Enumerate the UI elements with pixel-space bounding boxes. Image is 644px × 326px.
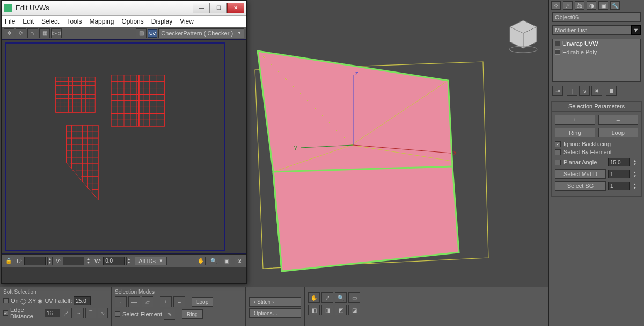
spinner-arrows[interactable]: ▲▼: [86, 257, 91, 265]
texture-dropdown[interactable]: CheckerPattern ( Checker )▼: [158, 28, 244, 38]
falloff-sine-icon[interactable]: ∿: [98, 308, 108, 318]
window-title: Edit UVWs: [16, 4, 193, 12]
menu-select[interactable]: Select: [41, 18, 59, 25]
edge-distance-checkbox[interactable]: ✓Edge Distance: [3, 307, 43, 320]
v-field[interactable]: [63, 257, 84, 265]
planar-angle-checkbox[interactable]: Planar Angle: [555, 159, 606, 165]
viewcube[interactable]: [504, 16, 542, 54]
shrink-icon[interactable]: –: [173, 296, 185, 307]
remove-modifier-icon[interactable]: ✖: [591, 86, 602, 96]
configure-sets-icon[interactable]: ≣: [606, 86, 617, 96]
menu-mapping[interactable]: Mapping: [89, 18, 114, 25]
u-field[interactable]: [24, 257, 46, 265]
uv-canvas[interactable]: [2, 39, 246, 254]
falloff-smooth-icon[interactable]: ~: [74, 308, 84, 318]
planar-angle-value[interactable]: 15.0: [608, 158, 630, 166]
stitch-section: ‹ Stitch › Options…: [246, 287, 305, 326]
edge-subobj-icon[interactable]: —: [128, 296, 140, 307]
move-icon[interactable]: ✥: [4, 28, 14, 38]
snap-icon[interactable]: ※: [235, 257, 244, 265]
spinner-arrows[interactable]: ▲▼: [632, 182, 638, 190]
nav1-icon[interactable]: ◧: [308, 305, 320, 315]
scale-icon[interactable]: ⤡: [27, 28, 38, 38]
ring-button[interactable]: Ring: [555, 128, 595, 137]
modify-tab[interactable]: ☄: [563, 1, 573, 10]
maximize-button[interactable]: ☐: [210, 3, 227, 13]
id-filter-dropdown[interactable]: All IDs ▼: [135, 257, 167, 265]
pan-icon[interactable]: ✋: [196, 257, 206, 265]
soft-uv-radio[interactable]: ◉ UV: [38, 298, 53, 304]
shrink-selection-button[interactable]: –: [598, 115, 639, 125]
zoom-extents-icon[interactable]: ⤢: [321, 292, 333, 303]
loop-button[interactable]: Loop: [598, 128, 639, 137]
hierarchy-tab[interactable]: 品: [575, 1, 584, 10]
zoom-region-icon[interactable]: ▭: [348, 292, 360, 303]
show-end-result-icon[interactable]: ∥: [567, 86, 577, 96]
menu-options[interactable]: Options: [121, 18, 143, 25]
utilities-tab[interactable]: 🔧: [610, 1, 620, 10]
stack-item-unwrap-uvw[interactable]: Unwrap UVW: [553, 39, 640, 48]
select-sg-button[interactable]: Select SG: [555, 181, 606, 191]
minimize-button[interactable]: —: [193, 3, 210, 13]
texture-checker-icon[interactable]: ▩: [136, 28, 147, 38]
spinner-arrows[interactable]: ▲▼: [632, 158, 638, 166]
zoom-ext-icon[interactable]: ▣: [222, 257, 231, 265]
ring-button[interactable]: Ring: [182, 309, 203, 319]
spinner-arrows[interactable]: ▲▼: [126, 257, 131, 265]
nav3-icon[interactable]: ◩: [335, 305, 347, 315]
w-label: W:: [94, 258, 101, 264]
falloff-linear-icon[interactable]: ／: [62, 308, 72, 318]
spinner-arrows[interactable]: ▲▼: [47, 257, 53, 265]
menu-display[interactable]: Display: [151, 18, 172, 25]
soft-on-checkbox[interactable]: On: [3, 298, 19, 304]
section-title: Soft Selection: [3, 289, 108, 295]
nav2-icon[interactable]: ◨: [321, 305, 333, 315]
grow-selection-button[interactable]: +: [555, 115, 595, 125]
loop-button[interactable]: Loop: [192, 297, 213, 307]
menu-file[interactable]: File: [5, 18, 15, 25]
pin-stack-icon[interactable]: ⇥: [552, 86, 563, 96]
select-matid-button[interactable]: Select MatID: [555, 169, 606, 179]
make-unique-icon[interactable]: ∨: [579, 86, 590, 96]
options-button[interactable]: Options…: [249, 308, 301, 318]
menu-view[interactable]: View: [180, 18, 194, 25]
grow-icon[interactable]: +: [160, 296, 172, 307]
rollout-title[interactable]: Selection Parameters: [552, 102, 641, 112]
vertex-subobj-icon[interactable]: ·: [115, 296, 127, 307]
select-element-checkbox[interactable]: Select Element: [115, 311, 162, 317]
freeform-icon[interactable]: ▦: [39, 28, 50, 38]
motion-tab[interactable]: ◑: [587, 1, 596, 10]
menu-edit[interactable]: Edit: [23, 18, 34, 25]
falloff-sharp-icon[interactable]: ⌒: [85, 308, 96, 318]
texture-dropdown-label: CheckerPattern ( Checker ): [161, 30, 233, 37]
stitch-button[interactable]: ‹ Stitch ›: [249, 297, 301, 307]
pan-icon[interactable]: ✋: [308, 292, 320, 303]
close-button[interactable]: ✕: [227, 3, 244, 13]
modifier-stack[interactable]: Unwrap UVW Editable Poly: [552, 39, 641, 82]
menu-tools[interactable]: Tools: [67, 18, 82, 25]
modifier-list-dropdown[interactable]: Modifier List ▼: [549, 24, 644, 37]
spinner-arrows[interactable]: ▲▼: [632, 170, 638, 178]
stack-item-editable-poly[interactable]: Editable Poly: [553, 48, 640, 56]
falloff-value[interactable]: 25.0: [74, 296, 91, 305]
face-subobj-icon[interactable]: ▱: [142, 296, 153, 307]
sg-value[interactable]: 1: [608, 182, 630, 190]
mirror-icon[interactable]: ▷◁: [51, 28, 62, 38]
matid-value[interactable]: 1: [608, 170, 630, 178]
lock-icon[interactable]: 🔒: [4, 257, 13, 265]
zoom-icon[interactable]: 🔍: [209, 257, 218, 265]
object-name-field[interactable]: [552, 12, 641, 22]
app-icon: [4, 4, 12, 12]
display-tab[interactable]: ▣: [598, 1, 608, 10]
rotate-icon[interactable]: ⟳: [16, 28, 26, 38]
ignore-backfacing-checkbox[interactable]: ✓Ignore Backfacing: [555, 141, 638, 147]
titlebar[interactable]: Edit UVWs — ☐ ✕: [2, 1, 246, 16]
paint-select-icon[interactable]: ✎: [164, 309, 175, 320]
soft-xy-radio[interactable]: ◯ XY: [20, 298, 36, 304]
zoom-icon[interactable]: 🔍: [335, 292, 347, 303]
nav4-icon[interactable]: ◪: [348, 305, 360, 315]
select-by-element-checkbox[interactable]: Select By Element: [555, 149, 638, 155]
create-tab[interactable]: ✧: [551, 1, 561, 10]
edge-distance-value[interactable]: 16: [45, 309, 60, 317]
w-field[interactable]: 0.0: [103, 257, 125, 265]
